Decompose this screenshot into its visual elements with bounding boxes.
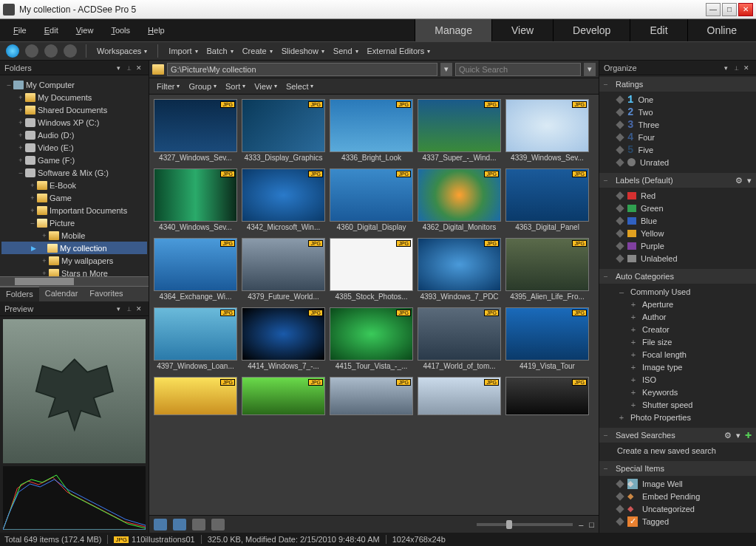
select-menu[interactable]: Select bbox=[283, 80, 317, 93]
rating-item[interactable]: 3Three bbox=[599, 118, 756, 131]
panel-close-icon[interactable]: ✕ bbox=[741, 64, 752, 72]
thumbnail[interactable]: JPG4340_Windows_Sev... bbox=[154, 168, 237, 233]
gear-icon[interactable]: ⚙ bbox=[724, 431, 732, 440]
tab-favorites[interactable]: Favorites bbox=[84, 287, 129, 301]
label-item[interactable]: Red bbox=[599, 189, 756, 202]
thumbnail[interactable]: JPG bbox=[330, 377, 413, 415]
thumbnail[interactable]: JPG4385_Stock_Photos... bbox=[330, 238, 413, 303]
sort-menu[interactable]: Sort bbox=[222, 80, 248, 93]
panel-menu-icon[interactable]: ▾ bbox=[721, 64, 731, 72]
category-item[interactable]: +Image type bbox=[599, 361, 756, 373]
thumbnail[interactable]: JPG4337_Super_-_Wind... bbox=[418, 99, 501, 164]
panel-menu-icon[interactable]: ▾ bbox=[113, 64, 123, 72]
import-menu[interactable]: Import bbox=[166, 44, 200, 58]
folder-tree[interactable]: –My Computer +My Documents +Shared Docum… bbox=[0, 75, 149, 276]
panel-pin-icon[interactable]: ⟂ bbox=[123, 64, 134, 72]
label-item[interactable]: Yellow bbox=[599, 227, 756, 239]
maximize-button[interactable]: □ bbox=[722, 3, 737, 16]
thumbnail[interactable]: JPG4393_Windows_7_PDC bbox=[418, 238, 501, 303]
category-item[interactable]: +Shutter speed bbox=[599, 398, 756, 411]
menu-file[interactable]: File bbox=[6, 23, 34, 38]
tree-node[interactable]: E-Book bbox=[50, 181, 76, 190]
group-menu[interactable]: Group bbox=[185, 80, 219, 93]
tab-manage[interactable]: Manage bbox=[415, 19, 491, 41]
thumbnail[interactable]: JPG4327_Windows_Sev... bbox=[154, 99, 237, 164]
thumbnail[interactable]: JPG4417_World_of_tom... bbox=[418, 307, 501, 372]
thumbnail[interactable]: JPG4363_Digital_Panel bbox=[505, 168, 589, 233]
path-input[interactable]: G:\Picture\My collection bbox=[167, 63, 437, 76]
category-item[interactable]: +File size bbox=[599, 335, 756, 348]
batch-menu[interactable]: Batch bbox=[204, 44, 236, 58]
thumbnail[interactable]: JPG4362_Digital_Monitors bbox=[418, 168, 501, 233]
tab-view[interactable]: View bbox=[491, 19, 553, 41]
thumbnail[interactable]: JPG4397_Windows_Loan... bbox=[154, 307, 237, 372]
external-editors-menu[interactable]: External Editors bbox=[364, 44, 434, 58]
thumbnail[interactable]: JPG bbox=[154, 377, 237, 415]
thumbnail-size-slider[interactable] bbox=[477, 523, 573, 526]
menu-edit[interactable]: Edit bbox=[37, 23, 66, 38]
tree-node[interactable]: My Computer bbox=[26, 81, 75, 89]
thumbnail[interactable]: JPG bbox=[505, 377, 589, 415]
tree-node[interactable]: My Documents bbox=[38, 93, 92, 102]
special-item[interactable]: ◆Image Well bbox=[599, 477, 756, 490]
category-item[interactable]: +Aperture bbox=[599, 298, 756, 310]
tree-node-selected[interactable]: My collection bbox=[60, 244, 107, 253]
category-item[interactable]: +Focal length bbox=[599, 348, 756, 361]
gear-icon[interactable]: ⚙ bbox=[735, 176, 743, 185]
path-dropdown-icon[interactable]: ▾ bbox=[440, 63, 452, 76]
tab-folders[interactable]: Folders bbox=[0, 287, 39, 301]
thumbnail[interactable]: JPG4333_Display_Graphics bbox=[242, 99, 325, 164]
tree-node[interactable]: Mobile bbox=[61, 231, 85, 240]
tree-node[interactable]: My wallpapers bbox=[61, 256, 113, 265]
tree-node[interactable]: Game bbox=[50, 194, 72, 202]
thumbnail[interactable]: JPG4360_Digital_Display bbox=[330, 168, 413, 233]
panel-close-icon[interactable]: ✕ bbox=[134, 64, 144, 72]
workspaces-menu[interactable]: Workspaces bbox=[94, 44, 150, 58]
special-item[interactable]: ◆Uncategorized bbox=[599, 502, 756, 515]
add-search-icon[interactable]: ✚ bbox=[745, 431, 752, 440]
thumbnail[interactable]: JPG bbox=[418, 377, 501, 415]
special-item[interactable]: ✓Tagged bbox=[599, 515, 756, 528]
special-items-header[interactable]: –Special Items bbox=[599, 461, 756, 476]
menu-tools[interactable]: Tools bbox=[103, 23, 137, 38]
thumbnail[interactable]: JPG4336_Bright_Look bbox=[330, 99, 413, 164]
thumbnail[interactable]: JPG4364_Exchange_Wi... bbox=[154, 238, 237, 303]
create-menu[interactable]: Create bbox=[239, 44, 276, 58]
saved-searches-header[interactable]: –Saved Searches⚙▾✚ bbox=[599, 428, 756, 443]
tree-node[interactable]: Shared Documents bbox=[38, 106, 107, 115]
thumbnail[interactable]: JPG4415_Tour_Vista_-_... bbox=[330, 307, 413, 372]
slideshow-menu[interactable]: Slideshow bbox=[279, 44, 327, 58]
new-search-link[interactable]: Create a new saved search bbox=[599, 444, 756, 457]
panel-pin-icon[interactable]: ⟂ bbox=[731, 64, 741, 72]
rating-item[interactable]: 5Five bbox=[599, 143, 756, 156]
panel-pin-icon[interactable]: ⟂ bbox=[123, 305, 134, 313]
label-item[interactable]: Green bbox=[599, 202, 756, 214]
panel-menu-icon[interactable]: ▾ bbox=[113, 305, 123, 313]
rating-item[interactable]: 2Two bbox=[599, 106, 756, 118]
label-item[interactable]: Blue bbox=[599, 214, 756, 227]
send-menu[interactable]: Send bbox=[330, 44, 361, 58]
category-item[interactable]: +Keywords bbox=[599, 386, 756, 398]
category-item[interactable]: +Creator bbox=[599, 323, 756, 335]
nav-back-button[interactable] bbox=[6, 44, 19, 58]
rating-item[interactable]: Unrated bbox=[599, 156, 756, 168]
tab-edit[interactable]: Edit bbox=[630, 19, 687, 41]
thumbnail[interactable]: JPG bbox=[242, 377, 325, 415]
zoom-in-icon[interactable]: □ bbox=[589, 520, 594, 529]
zoom-out-icon[interactable]: – bbox=[579, 520, 583, 529]
preview-image[interactable] bbox=[3, 319, 146, 463]
quick-search-input[interactable]: Quick Search bbox=[455, 63, 581, 76]
category-item[interactable]: +Author bbox=[599, 310, 756, 323]
tree-node[interactable]: Picture bbox=[50, 219, 75, 228]
category-item[interactable]: +Photo Properties bbox=[599, 411, 756, 423]
ratings-header[interactable]: –Ratings bbox=[599, 77, 756, 92]
category-item[interactable]: –Commonly Used bbox=[599, 285, 756, 298]
autocat-header[interactable]: –Auto Categories bbox=[599, 269, 756, 284]
label-item[interactable]: Unlabeled bbox=[599, 252, 756, 265]
menu-help[interactable]: Help bbox=[140, 23, 172, 38]
nav-up-button[interactable] bbox=[44, 44, 58, 58]
tree-node[interactable]: Video (E:) bbox=[38, 143, 74, 152]
tree-hscroll[interactable] bbox=[0, 276, 149, 287]
nav-forward-button[interactable] bbox=[25, 44, 38, 58]
tab-online[interactable]: Online bbox=[687, 19, 756, 41]
